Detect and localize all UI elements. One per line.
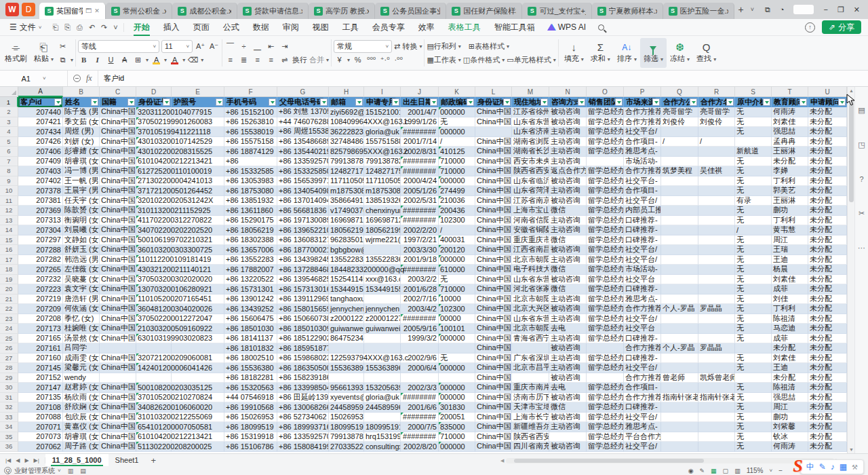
cell[interactable]: 被动咨询 — [549, 393, 587, 403]
cell[interactable]: 口碑推荐- — [624, 216, 661, 226]
cell[interactable]: 钦冰 — [772, 432, 808, 442]
cell[interactable]: +86 周煜155380 — [277, 127, 329, 137]
cell[interactable]: 未分配 — [772, 373, 808, 383]
cell[interactable]: +86 17882007 — [224, 265, 277, 275]
cell[interactable]: 无 — [439, 275, 475, 285]
cell[interactable]: 山东省菏泽 — [512, 186, 549, 196]
cell[interactable]: +86 1335925706 — [277, 432, 329, 442]
cell[interactable]: China中国 — [100, 413, 136, 423]
docer-icon[interactable]: D — [22, 3, 35, 16]
cell[interactable]: 2002/7/16 — [401, 294, 439, 305]
cell[interactable]: China中国 — [475, 225, 512, 235]
row-number-25[interactable]: 25 — [0, 334, 18, 344]
row-number-16[interactable]: 16 — [0, 245, 18, 255]
filter-dropdown-icon[interactable] — [652, 98, 660, 106]
cell[interactable]: 合作方推荐 — [624, 166, 661, 176]
cell[interactable] — [364, 245, 401, 255]
cell[interactable]: 留学总经办 — [587, 147, 624, 157]
cell[interactable]: 207165 — [18, 334, 63, 344]
cell[interactable]: 山东省东营 — [512, 275, 549, 285]
cell[interactable]: 北京市昌平 — [512, 363, 549, 373]
row-number-6[interactable]: 6 — [0, 147, 18, 157]
cell[interactable]: 留学总经办 — [587, 393, 624, 403]
table-style-button[interactable]: ⊞ 表格样式 — [469, 40, 505, 52]
cell[interactable]: 207288 — [18, 245, 63, 255]
menu-item-会员专享[interactable]: 会员专享 — [366, 19, 412, 36]
cell[interactable]: +86 15731301 — [224, 284, 277, 294]
cell[interactable]: China中国 — [100, 147, 136, 157]
cell[interactable]: 无 — [735, 432, 772, 442]
cell[interactable]: China中国 — [475, 245, 512, 255]
cast-icon[interactable]: 🗔 — [85, 7, 92, 14]
increase-decimal-button[interactable]: ⁺·⁰ — [379, 54, 391, 66]
cell[interactable]: China中国 — [475, 304, 512, 314]
sheet-tab-active[interactable]: 11_28_5_1000 — [45, 454, 108, 466]
cell[interactable]: 留学总经办 — [587, 117, 624, 128]
row-number-31[interactable]: 31 — [0, 393, 18, 403]
cell[interactable]: ######## — [401, 206, 439, 216]
borders-button[interactable]: ⊞ — [132, 54, 144, 66]
document-tab[interactable]: S高学历 教授.xlsx — [309, 3, 375, 19]
row-number-15[interactable]: 15 — [0, 235, 18, 246]
cell[interactable] — [329, 343, 364, 354]
cell[interactable]: +86 15536380 — [224, 363, 277, 373]
cell[interactable]: 2001/6/6 — [401, 402, 439, 413]
cell[interactable]: 610104200212213421 — [136, 157, 172, 167]
cell[interactable]: 丁利利 — [772, 216, 808, 226]
cell[interactable]: China中国 — [475, 166, 512, 176]
cell[interactable]: China中国 — [475, 354, 512, 364]
cell[interactable]: +86 18182281 — [224, 373, 277, 383]
cell[interactable]: 天津市宝坻 — [512, 402, 549, 413]
cell[interactable]: 未分配 — [772, 343, 808, 354]
cell[interactable]: 32010220020531242X — [136, 196, 172, 206]
cell[interactable]: 社交平台 — [624, 275, 661, 285]
wps-ai-button[interactable]: WPS AI — [542, 22, 591, 32]
cell[interactable]: 210303200509160922 — [136, 324, 172, 334]
cell[interactable]: +86 1354402198 — [277, 147, 329, 157]
cell[interactable]: ######## — [401, 265, 439, 275]
cell[interactable] — [698, 127, 735, 137]
filter-dropdown-icon[interactable] — [763, 98, 770, 106]
cell[interactable]: 吴晓蔓 (女 — [63, 275, 100, 285]
column-header-E[interactable]: E — [172, 87, 224, 97]
cell[interactable] — [698, 196, 735, 206]
cell[interactable]: 00000 — [439, 314, 475, 324]
header-cell-U[interactable]: 申请顾问 — [808, 97, 847, 107]
column-header-K[interactable]: K — [439, 87, 475, 97]
cell[interactable]: 710000 — [439, 432, 475, 442]
cell[interactable]: 430102200208315525 — [136, 147, 172, 157]
cell[interactable]: 310103200212255069 — [136, 413, 172, 423]
cell[interactable]: 青海省西宁 — [512, 334, 549, 344]
pen-mode-icon[interactable]: ✎ — [700, 468, 705, 474]
quick-icon-3[interactable]: ↶ — [89, 23, 95, 32]
cell[interactable] — [698, 413, 735, 423]
cell[interactable]: China中国 — [100, 176, 136, 187]
cell[interactable]: 留学总经办 — [587, 383, 624, 393]
column-header-H[interactable]: H — [329, 87, 364, 97]
document-tab[interactable]: S宁夏教师样本.xlsx — [592, 3, 663, 19]
cell[interactable]: 124827175 — [329, 166, 364, 176]
filter-dropdown-icon[interactable] — [91, 98, 98, 106]
cell[interactable]: 上海市长宁 — [512, 413, 549, 423]
cell[interactable]: 口碑推荐- — [624, 284, 661, 294]
cell[interactable]: 合作方推荐 — [624, 304, 661, 314]
menu-item-智能工具箱[interactable]: 智能工具箱 — [488, 19, 542, 36]
cell[interactable]: 100101 — [439, 324, 475, 334]
currency-button[interactable]: ¥ — [334, 54, 345, 66]
cell[interactable]: 亮哥留学 — [698, 107, 735, 117]
cell[interactable]: 留学总经办 — [587, 255, 624, 265]
cell[interactable]: 合作方推荐 — [624, 373, 661, 383]
header-cell-N[interactable]: 咨询方式 — [549, 97, 587, 107]
cell[interactable]: +86 13053983 — [224, 176, 277, 187]
cell[interactable] — [698, 324, 735, 334]
cell[interactable] — [136, 373, 172, 383]
cell[interactable]: hrq153199 — [364, 432, 401, 442]
cell[interactable]: 个人-罗晶 — [661, 304, 698, 314]
cell[interactable]: +86 1340540988 — [277, 186, 329, 196]
cell[interactable]: 河南省信阳 — [512, 216, 549, 226]
sogou-logo-icon[interactable]: S — [793, 458, 802, 474]
cell[interactable] — [661, 275, 698, 285]
cell[interactable]: 2001/6/28 — [401, 284, 439, 294]
cell[interactable]: 710000 — [439, 157, 475, 167]
cell[interactable]: 207409 — [18, 157, 63, 167]
